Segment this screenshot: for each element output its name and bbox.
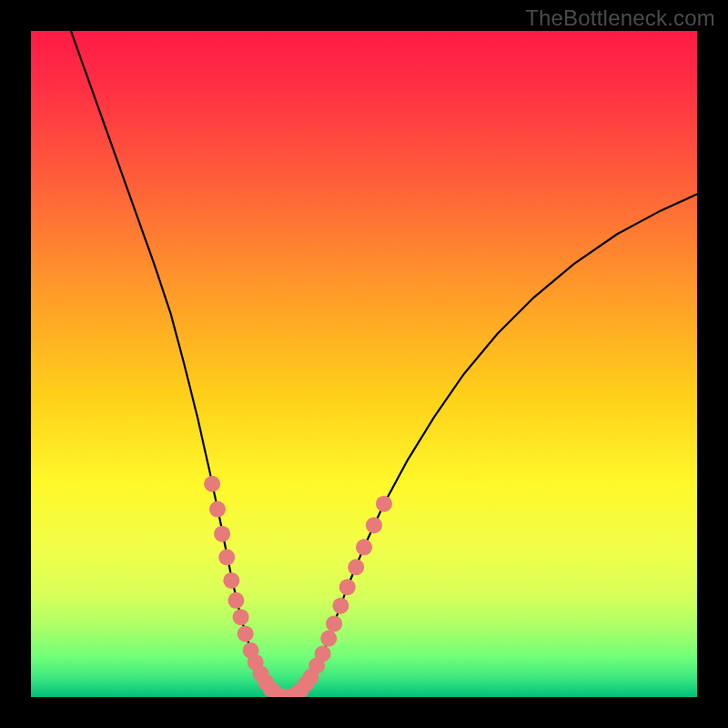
highlight-dot xyxy=(315,645,331,662)
highlight-dot xyxy=(332,598,349,614)
highlight-dot xyxy=(209,501,226,518)
watermark-label: TheBottleneck.com xyxy=(525,5,715,31)
highlight-dot xyxy=(204,476,220,492)
highlight-dot xyxy=(366,517,382,533)
highlight-dot xyxy=(228,592,244,609)
highlight-dot xyxy=(376,496,392,512)
highlight-dot xyxy=(233,609,249,625)
plot-area xyxy=(31,31,697,697)
highlight-dot xyxy=(320,631,337,647)
highlight-dot xyxy=(356,539,372,555)
gradient-background xyxy=(31,31,697,697)
bottleneck-chart xyxy=(31,31,697,697)
highlight-dot xyxy=(238,625,254,642)
highlight-dot xyxy=(326,615,342,632)
highlight-dot xyxy=(223,572,239,589)
highlight-dot xyxy=(214,526,230,542)
highlight-dot xyxy=(218,549,235,565)
highlight-dot xyxy=(348,559,364,575)
chart-container: TheBottleneck.com xyxy=(0,0,728,728)
highlight-dot xyxy=(339,579,356,595)
